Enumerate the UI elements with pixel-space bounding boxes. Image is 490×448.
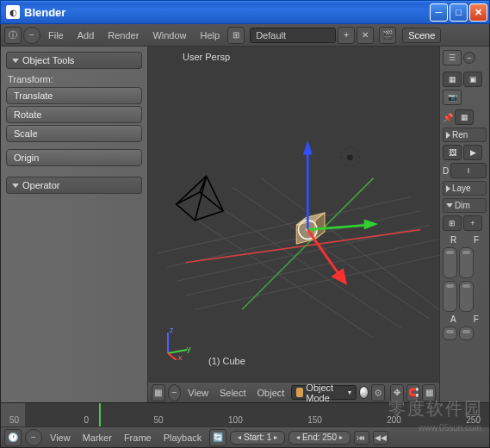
display-dropdown[interactable]: I <box>450 163 487 178</box>
viewport-header: ▦ − View Select Object Object Mode ▾ ⊙ ✥… <box>148 382 439 402</box>
frame-end-slider[interactable] <box>459 281 474 312</box>
svg-text:x: x <box>178 353 183 360</box>
context-icon[interactable]: ▦ <box>455 109 474 125</box>
tick-label: 0 <box>84 415 90 425</box>
object-menu[interactable]: Object <box>253 388 289 398</box>
mode-dropdown[interactable]: Object Mode ▾ <box>291 385 356 400</box>
shading-mode-icon[interactable] <box>359 386 369 399</box>
scene-label: Scene <box>408 30 435 40</box>
scene-browse-icon[interactable]: 🎬 <box>379 27 396 44</box>
svg-line-17 <box>307 230 340 277</box>
jump-start-icon[interactable]: ⏮ <box>354 431 369 445</box>
aspect-slider[interactable] <box>443 327 457 340</box>
editor-type-icon[interactable]: ▦ <box>152 384 165 401</box>
collapse-menu-icon[interactable]: − <box>25 429 42 446</box>
render-anim-icon[interactable]: ▶ <box>463 145 482 160</box>
operator-label: Operator <box>22 180 59 190</box>
object-tools-header[interactable]: Object Tools <box>6 52 142 69</box>
maximize-button[interactable]: □ <box>450 3 468 22</box>
render-tab-icon[interactable]: 📷 <box>443 90 462 105</box>
expand-icon <box>446 185 450 192</box>
rotate-button[interactable]: Rotate <box>6 106 142 123</box>
render-panel-header[interactable]: Ren <box>443 128 487 142</box>
render-label: Ren <box>452 130 468 140</box>
remove-layout-button[interactable]: ✕ <box>357 27 374 44</box>
start-frame-field[interactable]: ◂ Start: 1 ▸ <box>230 431 285 445</box>
window-title: Blender <box>24 6 430 19</box>
collapse-menu-icon[interactable]: − <box>23 27 40 44</box>
timeline-view-menu[interactable]: View <box>46 432 75 443</box>
aspect-a-label: A <box>450 314 456 324</box>
menu-window[interactable]: Window <box>146 27 192 44</box>
dimensions-label: Dim <box>455 201 470 210</box>
svg-point-9 <box>347 154 353 160</box>
timeline-frame-menu[interactable]: Frame <box>120 432 156 443</box>
window-titlebar: ◐ Blender ─ □ ✕ <box>0 0 490 24</box>
props-tab-2[interactable]: ▣ <box>463 72 482 87</box>
timeline-marker-menu[interactable]: Marker <box>78 432 116 443</box>
res-r-label: R <box>450 235 456 245</box>
info-editor-icon[interactable]: ⓘ <box>4 27 22 44</box>
svg-line-8 <box>261 178 439 310</box>
scene-dropdown[interactable]: Scene <box>402 28 441 43</box>
screen-layout-icon[interactable]: ⊞ <box>227 27 245 44</box>
display-label: D <box>443 166 449 176</box>
add-layout-button[interactable]: + <box>338 27 355 44</box>
props-tab-1[interactable]: ▦ <box>443 72 462 87</box>
camera-wireframe <box>177 176 224 220</box>
3d-viewport[interactable]: User Persp <box>148 47 439 382</box>
view-menu[interactable]: View <box>183 388 213 398</box>
end-frame-field[interactable]: ◂ End: 250 ▸ <box>288 431 350 445</box>
select-menu[interactable]: Select <box>215 388 251 398</box>
snap-icon[interactable]: 🧲 <box>406 384 420 401</box>
top-menubar: ⓘ − File Add Render Window Help ⊞ Defaul… <box>1 24 489 47</box>
collapse-icon <box>12 184 19 188</box>
operator-header[interactable]: Operator <box>6 177 142 194</box>
mode-label: Object Mode <box>306 383 344 403</box>
fps-slider[interactable] <box>459 327 474 340</box>
pivot-icon[interactable]: ⊙ <box>371 384 385 401</box>
origin-button[interactable]: Origin <box>6 149 142 166</box>
svg-line-6 <box>233 188 430 320</box>
close-button[interactable]: ✕ <box>469 3 487 22</box>
end-frame-label: End: 250 <box>302 432 337 442</box>
timeline[interactable]: 50 0 50 100 150 200 250 <box>1 402 489 426</box>
lamp-object <box>341 148 360 167</box>
tick-label: 200 <box>387 415 401 425</box>
timeline-editor-icon[interactable]: 🕐 <box>4 429 22 446</box>
menu-render[interactable]: Render <box>102 27 145 44</box>
sync-icon[interactable]: 🔄 <box>209 429 226 446</box>
menu-help[interactable]: Help <box>195 27 226 44</box>
layers-panel-header[interactable]: Laye <box>443 181 487 196</box>
tick-label: 100 <box>228 415 243 425</box>
dimensions-panel-header[interactable]: Dim <box>443 198 487 213</box>
resolution-y-slider[interactable] <box>443 281 457 312</box>
frame-start-slider[interactable] <box>459 247 474 278</box>
expand-icon <box>446 132 450 139</box>
preset-icon[interactable]: ⊞ <box>443 215 462 231</box>
resolution-x-slider[interactable] <box>443 247 457 278</box>
timeline-playback-menu[interactable]: Playback <box>159 432 207 443</box>
object-tools-label: Object Tools <box>22 55 74 65</box>
collapse-menu-icon[interactable]: − <box>168 384 182 401</box>
tick-label: 50 <box>9 415 19 425</box>
render-image-icon[interactable]: 🖼 <box>443 145 462 160</box>
scale-button[interactable]: Scale <box>6 125 142 142</box>
menu-file[interactable]: File <box>42 27 70 44</box>
collapse-icon <box>446 203 453 208</box>
pin-icon[interactable]: 📌 <box>443 113 453 122</box>
collapse-icon[interactable]: − <box>463 52 475 64</box>
aspect-f-label: F <box>474 314 479 324</box>
translate-button[interactable]: Translate <box>6 87 142 104</box>
minimize-button[interactable]: ─ <box>430 3 448 22</box>
tick-label: 50 <box>154 415 164 425</box>
layout-dropdown[interactable]: Default <box>250 28 336 43</box>
prev-keyframe-icon[interactable]: ◀◀ <box>373 431 388 445</box>
layers-icon[interactable]: ▦ <box>422 384 436 401</box>
timeline-header: 🕐 − View Marker Frame Playback 🔄 ◂ Start… <box>1 426 489 447</box>
svg-marker-14 <box>303 140 313 154</box>
manipulator-icon[interactable]: ✥ <box>390 384 404 401</box>
outliner-tab[interactable]: ☰ <box>443 50 462 65</box>
menu-add[interactable]: Add <box>71 27 101 44</box>
preset-add-icon[interactable]: + <box>463 215 482 231</box>
